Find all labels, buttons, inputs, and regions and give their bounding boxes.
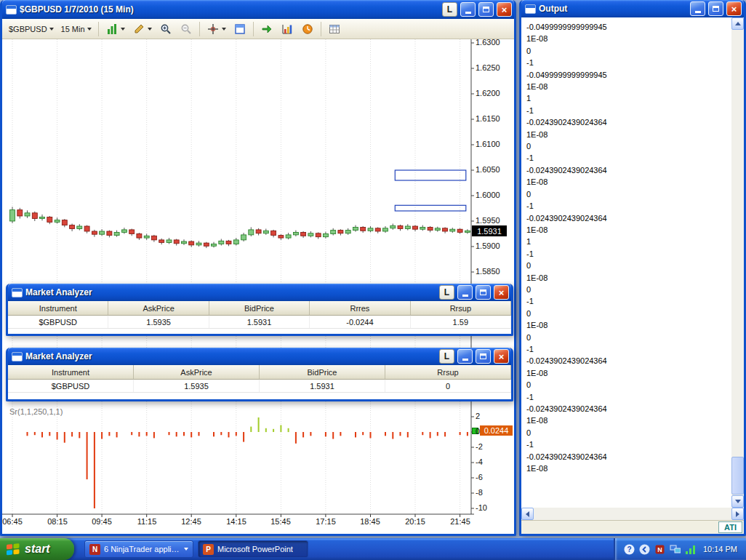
scroll-down-button[interactable] — [731, 495, 744, 508]
horizontal-scrollbar[interactable] — [521, 508, 744, 520]
green-arrow-icon — [260, 23, 273, 36]
output-line: 1E-08 — [526, 463, 731, 474]
cursor-tool-button[interactable] — [204, 21, 229, 37]
output-line: 0 — [526, 260, 731, 271]
grid-icon — [328, 23, 341, 36]
ma2-titlebar[interactable]: Market Analyzer L × — [8, 348, 511, 365]
session-clock-button[interactable] — [298, 21, 317, 37]
table-row[interactable]: $GBPUSD1.59351.5931-0.02441.59 — [8, 316, 511, 329]
column-header[interactable]: AskPrice — [134, 365, 260, 380]
column-header[interactable]: AskPrice — [108, 301, 209, 316]
output-line: -0.0243902439024364 — [526, 355, 731, 367]
close-button[interactable]: × — [497, 2, 512, 17]
powerpoint-icon: P — [203, 544, 214, 555]
zoom-out-button[interactable] — [177, 21, 196, 37]
output-line: -1 — [526, 439, 731, 450]
minimize-button[interactable] — [457, 349, 473, 364]
cell: 1.59 — [411, 316, 511, 328]
output-line: 1E-08 — [526, 415, 731, 426]
toolbar-separator — [321, 22, 321, 36]
chart-toolbar: $GBPUSD 15 Min — [2, 19, 514, 39]
link-button[interactable]: L — [439, 285, 454, 300]
output-log[interactable]: -0.04999999999999451E-080-1-0.0499999999… — [521, 17, 731, 508]
column-header[interactable]: BidPrice — [260, 365, 385, 380]
draw-tool-button[interactable] — [129, 21, 155, 37]
column-header[interactable]: BidPrice — [209, 301, 310, 316]
vertical-scrollbar[interactable] — [731, 17, 744, 508]
chart-panel-button[interactable] — [230, 21, 249, 37]
chart-titlebar[interactable]: $GBPUSD 1/7/2010 (15 Min) L × — [2, 0, 514, 19]
cell: 1.5931 — [209, 316, 310, 328]
output-titlebar[interactable]: Output × — [521, 0, 744, 17]
scroll-left-button[interactable] — [521, 508, 534, 520]
scroll-up-button[interactable] — [731, 17, 744, 30]
toolbar-separator — [98, 22, 99, 36]
chart-style-button[interactable] — [103, 21, 128, 37]
scroll-right-button[interactable] — [731, 508, 744, 520]
table-row[interactable]: $GBPUSD1.59351.59310 — [8, 380, 511, 393]
panel-region-icon — [233, 23, 246, 36]
close-button[interactable]: × — [494, 285, 509, 300]
output-line: 1E-08 — [526, 272, 731, 284]
instrument-selector[interactable]: $GBPUSD — [6, 23, 57, 35]
ninjatrader-tray-icon[interactable]: N — [654, 544, 665, 555]
data-series-button[interactable] — [257, 21, 276, 37]
close-button[interactable]: × — [494, 349, 509, 364]
toolbar-separator — [199, 22, 200, 36]
cell: 1.5935 — [134, 380, 260, 392]
taskbar-item-powerpoint[interactable]: P Microsoft PowerPoint — [198, 540, 308, 558]
ma1-titlebar[interactable]: Market Analyzer L × — [8, 284, 511, 301]
toolbar-separator — [253, 22, 254, 36]
taskbar-item-ninjatrader-group[interactable]: N 6 NinjaTrader applic... — [84, 540, 193, 558]
close-icon: × — [499, 352, 505, 361]
column-header[interactable]: Rrsup — [411, 301, 511, 316]
output-line: 1E-08 — [526, 33, 731, 44]
network-icon[interactable] — [670, 544, 681, 555]
column-header[interactable]: Rrsup — [385, 365, 511, 380]
output-line: 1E-08 — [526, 176, 731, 188]
output-line: -1 — [526, 200, 731, 212]
column-header[interactable]: Rrres — [310, 301, 410, 316]
output-line: 1 — [526, 92, 731, 104]
scrollbar-thumb[interactable] — [731, 457, 744, 495]
close-button[interactable]: × — [726, 1, 742, 16]
column-header[interactable]: Instrument — [8, 301, 108, 316]
output-line: -0.0499999999999945 — [526, 21, 731, 33]
output-line: 0 — [526, 427, 731, 439]
maximize-button[interactable] — [476, 349, 491, 364]
output-line: 1E-08 — [526, 224, 731, 236]
output-line: 1E-08 — [526, 81, 731, 92]
crosshair-icon — [206, 23, 220, 36]
chevron-down-icon — [121, 28, 125, 31]
maximize-button[interactable] — [478, 2, 494, 17]
link-button[interactable]: L — [439, 349, 454, 364]
zoom-in-button[interactable] — [156, 21, 175, 37]
maximize-button[interactable] — [708, 1, 723, 16]
ninjatrader-icon: N — [89, 544, 100, 555]
market-analyzer-window-1: Market Analyzer L × InstrumentAskPriceBi… — [6, 284, 513, 336]
interval-selector[interactable]: 15 Min — [58, 23, 95, 35]
close-icon: × — [731, 4, 737, 14]
maximize-icon — [480, 289, 486, 295]
minimize-button[interactable] — [460, 2, 476, 17]
hide-icons-chevron-icon[interactable] — [639, 544, 650, 555]
cell: $GBPUSD — [8, 316, 108, 328]
pencil-icon — [132, 23, 145, 36]
cell: 1.5931 — [260, 380, 385, 392]
link-button[interactable]: L — [442, 2, 457, 17]
maximize-button[interactable] — [476, 285, 491, 300]
market-analyzer-icon — [12, 352, 23, 361]
column-header[interactable]: Instrument — [8, 365, 134, 380]
minimize-button[interactable] — [690, 1, 705, 16]
chart-wizard-button[interactable] — [278, 21, 297, 37]
table-header-row: InstrumentAskPriceBidPriceRrresRrsup — [8, 301, 511, 316]
interval-label: 15 Min — [61, 25, 85, 33]
chevron-down-icon — [49, 28, 54, 31]
help-icon[interactable]: ? — [624, 544, 635, 555]
minimize-icon — [462, 359, 468, 361]
signal-icon[interactable] — [685, 544, 696, 555]
minimize-icon — [695, 11, 701, 13]
data-grid-button[interactable] — [325, 21, 344, 37]
start-button[interactable]: start — [0, 538, 74, 560]
minimize-button[interactable] — [457, 285, 473, 300]
